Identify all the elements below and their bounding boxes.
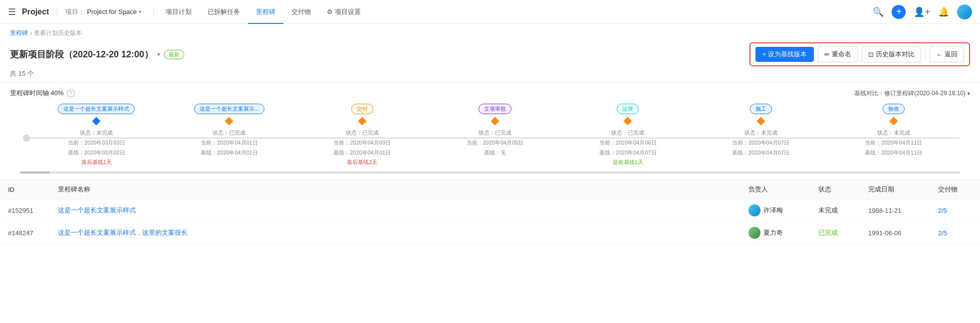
data-table: ID 里程碑名称 负责人 状态 完成日期 交付物 #152951 这是一个超长文… bbox=[0, 179, 980, 244]
milestone-col-3: 立项审批 状态：已完成 当前：2020年04月05日 基线：无 bbox=[429, 104, 561, 158]
cell-delivery-0[interactable]: 2/5 bbox=[930, 199, 980, 222]
back-button[interactable]: ← 返回 bbox=[930, 46, 964, 62]
back-icon: ← bbox=[936, 51, 943, 58]
avatar[interactable] bbox=[957, 4, 972, 19]
project-selector[interactable]: 项目： Project for Space ▾ bbox=[65, 7, 154, 16]
cell-status-0: 未完成 bbox=[810, 199, 860, 222]
milestone-col-1: 这是一个超长文案展示... 状态：已完成 当前：2020年04月01日 基线：2… bbox=[163, 104, 295, 158]
help-icon[interactable]: ? bbox=[67, 89, 75, 97]
milestone-tag-3[interactable]: 立项审批 bbox=[479, 104, 511, 114]
bell-icon[interactable]: 🔔 bbox=[938, 6, 949, 17]
search-icon[interactable]: 🔍 bbox=[873, 6, 884, 17]
responsible-name-0: 许泽梅 bbox=[763, 206, 783, 215]
th-name: 里程碑名称 bbox=[50, 180, 740, 199]
milestone-col-5: 施工 状态：未完成 当前：2020年04月07日 基线：2020年04月07日 bbox=[694, 104, 827, 158]
page-title: 更新项目阶段（2020-12-20 12:00） bbox=[10, 48, 153, 60]
breadcrumb-current: 查看计划历史版本 bbox=[34, 29, 82, 37]
add-user-icon[interactable]: 👤+ bbox=[914, 6, 930, 17]
milestone-diamond-6 bbox=[889, 117, 898, 126]
page-title-area: 更新项目阶段（2020-12-20 12:00） ▾ 最新 bbox=[10, 48, 749, 60]
baseline-compare-label: 基线对比：修订里程碑(2020-04-28 16:10) bbox=[854, 89, 966, 98]
avatar-0 bbox=[748, 204, 760, 216]
cell-responsible-0: 许泽梅 bbox=[740, 199, 810, 222]
set-baseline-button[interactable]: + 设为基线版本 bbox=[755, 47, 814, 62]
milestone-tag-2[interactable]: 交付 bbox=[351, 104, 373, 114]
edit-icon: ✏ bbox=[824, 51, 830, 58]
milestone-col-4: 运营 状态：已完成 当前：2020年04月06日 基线：2020年04月07日 … bbox=[561, 104, 694, 167]
nav-link-settings[interactable]: ⚙ 项目设置 bbox=[319, 0, 369, 24]
avatar-1 bbox=[748, 227, 760, 239]
milestone-diamond-2 bbox=[358, 117, 366, 126]
milestone-diamond-0 bbox=[92, 117, 101, 126]
compare-icon: ⊡ bbox=[868, 51, 874, 58]
cell-id-1: #148247 bbox=[0, 222, 50, 244]
milestone-col-0: 这是一个超长文案展示样式 状态：未完成 当前：2020年03月03日 基线：20… bbox=[30, 104, 163, 167]
project-label: 项目： bbox=[65, 7, 85, 16]
rename-button[interactable]: ✏ 重命名 bbox=[818, 46, 858, 62]
timeline-header: 里程碑时间轴 40% ? 基线对比：修订里程碑(2020-04-28 16:10… bbox=[10, 89, 970, 98]
scroll-thumb[interactable] bbox=[20, 171, 50, 173]
nav-link-milestone[interactable]: 里程碑 bbox=[248, 0, 283, 24]
cell-id-0: #152951 bbox=[0, 199, 50, 222]
milestone-info-2: 状态：已完成 当前：2020年04月03日 基线：2020年04月01日 落后基… bbox=[333, 128, 391, 167]
header-actions: + 设为基线版本 ✏ 重命名 ⊡ 历史版本对比 ← 返回 bbox=[749, 42, 970, 66]
baseline-compare[interactable]: 基线对比：修订里程碑(2020-04-28 16:10) ▾ bbox=[854, 89, 970, 98]
milestone-info-6: 状态：未完成 当前：2020年04月11日 基线：2020年04月11日 bbox=[865, 128, 922, 158]
add-button[interactable]: + bbox=[892, 5, 906, 19]
nav-right: 🔍 + 👤+ 🔔 bbox=[873, 4, 972, 19]
milestone-tag-0[interactable]: 这是一个超长文案展示样式 bbox=[58, 104, 135, 114]
th-id: ID bbox=[0, 180, 50, 199]
cell-delivery-1[interactable]: 2/5 bbox=[930, 222, 980, 244]
milestone-diamond-3 bbox=[490, 117, 499, 126]
breadcrumb: 里程碑 › 查看计划历史版本 bbox=[0, 24, 980, 39]
back-label: 返回 bbox=[945, 50, 958, 59]
project-name: Project for Space bbox=[87, 8, 137, 15]
milestone-tag-4[interactable]: 运营 bbox=[617, 104, 639, 114]
nav-link-deliverable[interactable]: 交付物 bbox=[283, 0, 319, 24]
page-header: 更新项目阶段（2020-12-20 12:00） ▾ 最新 + 设为基线版本 ✏… bbox=[0, 39, 980, 68]
milestone-info-1: 状态：已完成 当前：2020年04月01日 基线：2020年04月01日 bbox=[201, 128, 258, 158]
milestone-tag-6[interactable]: 验收 bbox=[883, 104, 905, 114]
cell-date-1: 1991-06-06 bbox=[860, 222, 930, 244]
milestone-col-2: 交付 状态：已完成 当前：2020年04月03日 基线：2020年04月01日 … bbox=[296, 104, 429, 167]
compare-button[interactable]: ⊡ 历史版本对比 bbox=[862, 46, 921, 62]
cell-status-1: 已完成 bbox=[810, 222, 860, 244]
milestone-info-0: 状态：未完成 当前：2020年03月03日 基线：2020年03月02日 落后基… bbox=[68, 128, 125, 167]
breadcrumb-parent[interactable]: 里程碑 bbox=[10, 29, 28, 37]
dropdown-arrow-icon[interactable]: ▾ bbox=[157, 51, 160, 58]
cell-name-0[interactable]: 这是一个超长文案展示样式 bbox=[50, 199, 740, 222]
responsible-name-1: 夏力奇 bbox=[763, 228, 783, 237]
milestone-info-3: 状态：已完成 当前：2020年04月05日 基线：无 bbox=[467, 128, 524, 158]
rename-label: 重命名 bbox=[832, 50, 851, 59]
table-section: ID 里程碑名称 负责人 状态 完成日期 交付物 #152951 这是一个超长文… bbox=[0, 179, 980, 244]
th-status: 状态 bbox=[810, 180, 860, 199]
nav-link-tasks[interactable]: 已拆解任务 bbox=[200, 0, 248, 24]
baseline-chevron-icon: ▾ bbox=[968, 91, 970, 96]
cell-responsible-1: 夏力奇 bbox=[740, 222, 810, 244]
th-delivery: 交付物 bbox=[930, 180, 980, 199]
nav-settings-label: 项目设置 bbox=[335, 0, 361, 24]
milestone-tag-1[interactable]: 这是一个超长文案展示... bbox=[194, 104, 264, 114]
cell-date-0: 1988-11-21 bbox=[860, 199, 930, 222]
app-logo: Project bbox=[22, 7, 57, 16]
timeline-section: 里程碑时间轴 40% ? 基线对比：修订里程碑(2020-04-28 16:10… bbox=[0, 83, 980, 177]
scroll-indicator[interactable] bbox=[20, 171, 960, 173]
table-header-row: ID 里程碑名称 负责人 状态 完成日期 交付物 bbox=[0, 180, 980, 199]
table-row: #152951 这是一个超长文案展示样式 许泽梅 未完成 1988-11-21 … bbox=[0, 199, 980, 222]
hamburger-icon[interactable]: ☰ bbox=[8, 6, 16, 17]
milestone-tag-5[interactable]: 施工 bbox=[750, 104, 772, 114]
cell-name-1[interactable]: 这是一个超长文案展示样式，这里的文案很长 bbox=[50, 222, 740, 244]
page-count: 共 15 个 bbox=[0, 68, 980, 82]
gear-icon: ⚙ bbox=[327, 0, 333, 24]
timeline-chart: 这是一个超长文案展示样式 状态：未完成 当前：2020年03月03日 基线：20… bbox=[10, 104, 970, 177]
nav-link-plan[interactable]: 项目计划 bbox=[158, 0, 200, 24]
chevron-down-icon: ▾ bbox=[139, 9, 141, 14]
breadcrumb-separator: › bbox=[30, 30, 32, 37]
compare-label: 历史版本对比 bbox=[876, 50, 915, 59]
milestone-diamond-5 bbox=[756, 117, 765, 126]
th-date: 完成日期 bbox=[860, 180, 930, 199]
timeline-title-text: 里程碑时间轴 40% bbox=[10, 89, 64, 98]
milestone-diamond-1 bbox=[225, 117, 234, 126]
badge-latest: 最新 bbox=[164, 50, 184, 59]
milestone-info-4: 状态：已完成 当前：2020年04月06日 基线：2020年04月07日 提前基… bbox=[599, 128, 657, 167]
